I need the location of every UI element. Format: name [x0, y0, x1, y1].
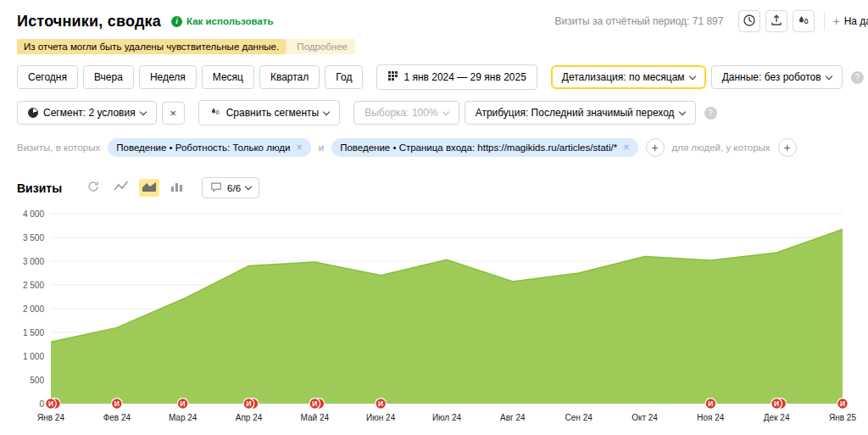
history-button[interactable] [738, 10, 760, 32]
filter-chip-entry-page[interactable]: Поведение • Страница входа: https://magi… [331, 138, 637, 157]
remove-filter-icon[interactable]: × [296, 142, 302, 153]
data-mode-dropdown[interactable]: Данные: без роботов [711, 65, 843, 89]
drops-icon [797, 14, 810, 30]
filter-chip-label: Поведение • Страница входа: https://magi… [340, 142, 617, 153]
svg-text:Апр 24: Апр 24 [236, 413, 263, 422]
svg-text:1 000: 1 000 [23, 352, 44, 361]
report-period-value: 71 897 [693, 15, 724, 27]
comment-bubble-icon [210, 181, 222, 194]
area-chart-icon [142, 181, 157, 196]
chevron-down-icon [245, 183, 252, 190]
period-toolbar: Сегодня Вчера Неделя Месяц Квартал Год 1… [17, 64, 868, 90]
chevron-down-icon [442, 108, 448, 114]
notice-more-link[interactable]: Подробнее [297, 42, 348, 52]
export-icon [770, 14, 783, 30]
to-dashboard-button[interactable]: + На да [832, 14, 868, 28]
refresh-chart-button[interactable] [83, 179, 103, 197]
clock-icon [743, 14, 756, 30]
svg-text:И: И [774, 399, 779, 408]
chevron-down-icon [688, 72, 695, 79]
help-question-icon[interactable]: ? [851, 71, 864, 84]
visits-area-chart[interactable]: 05001 0001 5002 0002 5003 0003 5004 000Я… [17, 204, 863, 434]
svg-text:Фев 24: Фев 24 [103, 413, 131, 422]
svg-text:И: И [708, 399, 713, 408]
svg-text:0: 0 [39, 399, 44, 409]
how-to-use-link[interactable]: i Как использовать [171, 16, 274, 27]
segments-share-button[interactable] [793, 10, 815, 32]
tab-today[interactable]: Сегодня [17, 65, 78, 89]
filter-chip-label: Поведение • Роботность: Только люди [116, 142, 290, 153]
pie-icon [28, 108, 38, 118]
metrica-sources-report: Источники, сводка i Как использовать Виз… [0, 0, 868, 435]
to-dashboard-label: На да [844, 15, 868, 27]
tab-year[interactable]: Год [325, 65, 363, 89]
compare-segments-dropdown[interactable]: Сравнить сегменты [198, 100, 341, 125]
comments-count: 6/6 [227, 183, 241, 193]
svg-text:Окт 24: Окт 24 [632, 413, 658, 422]
detalization-dropdown[interactable]: Детализация: по месяцам [551, 65, 706, 89]
area-chart-button[interactable] [139, 179, 159, 197]
info-icon: i [171, 16, 182, 27]
sensitive-data-notice: Из отчета могли быть удалены чувствитель… [17, 39, 355, 54]
svg-text:И: И [246, 399, 251, 408]
svg-text:4 000: 4 000 [23, 209, 44, 219]
tab-week[interactable]: Неделя [139, 65, 197, 89]
page-title: Источники, сводка [17, 13, 161, 31]
date-range-button[interactable]: 1 янв 2024 — 29 янв 2025 [376, 64, 537, 90]
remove-filter-icon[interactable]: × [623, 142, 629, 153]
tab-month[interactable]: Месяц [202, 65, 254, 89]
svg-text:И: И [181, 399, 186, 408]
date-range-label: 1 янв 2024 — 29 янв 2025 [403, 71, 526, 83]
svg-text:2 500: 2 500 [23, 281, 44, 290]
attribution-dropdown[interactable]: Атрибуция: Последний значимый переход [465, 101, 696, 125]
report-period: Визиты за отчётный период: 71 897 [555, 15, 724, 27]
bar-chart-button[interactable] [167, 179, 187, 197]
svg-text:3 500: 3 500 [23, 233, 44, 243]
drops-icon [209, 106, 221, 120]
tab-yesterday[interactable]: Вчера [83, 65, 134, 89]
add-visit-filter-button[interactable]: + [646, 138, 665, 157]
filter-chip-robots[interactable]: Поведение • Роботность: Только люди × [108, 138, 310, 157]
comments-dropdown[interactable]: 6/6 [202, 177, 259, 198]
and-label: и [319, 142, 324, 153]
refresh-icon [86, 180, 100, 197]
chevron-down-icon [678, 108, 685, 114]
notice-text: Из отчета могли быть удалены чувствитель… [17, 39, 286, 54]
svg-text:Авг 24: Авг 24 [500, 413, 526, 422]
chart-title: Визиты [17, 181, 62, 195]
line-chart-icon [114, 181, 129, 196]
svg-text:3 000: 3 000 [23, 257, 44, 266]
sampling-dropdown[interactable]: Выборка: 100% [353, 101, 459, 125]
svg-text:Май 24: Май 24 [301, 413, 330, 422]
compare-segments-label: Сравнить сегменты [226, 107, 320, 119]
add-people-filter-button[interactable]: + [778, 138, 797, 157]
tab-quarter[interactable]: Квартал [259, 65, 320, 89]
report-period-label: Визиты за отчётный период: [555, 15, 690, 27]
detalization-label: Детализация: по месяцам [562, 71, 685, 83]
segment-dropdown[interactable]: Сегмент: 2 условия [17, 101, 157, 125]
topbar-divider [824, 12, 825, 31]
svg-text:Сен 24: Сен 24 [565, 413, 593, 422]
bar-chart-icon [170, 181, 184, 196]
svg-text:И: И [114, 399, 120, 408]
svg-text:Янв 25: Янв 25 [829, 413, 856, 422]
filters-row: Визиты, в которых Поведение • Роботность… [17, 138, 868, 157]
svg-text:1 500: 1 500 [23, 328, 44, 337]
segment-toolbar: Сегмент: 2 условия × Сравнить сегменты В… [17, 100, 868, 125]
svg-text:Янв 24: Янв 24 [37, 413, 64, 422]
line-chart-button[interactable] [111, 179, 131, 197]
segment-clear-button[interactable]: × [162, 102, 185, 125]
svg-text:Дек 24: Дек 24 [764, 413, 790, 422]
svg-text:500: 500 [30, 376, 44, 385]
help-question-icon[interactable]: ? [704, 107, 717, 120]
how-to-use-label: Как использовать [186, 16, 274, 26]
svg-text:Июл 24: Июл 24 [432, 413, 462, 422]
attribution-label: Атрибуция: Последний значимый переход [476, 107, 675, 119]
svg-text:2 000: 2 000 [23, 304, 44, 314]
top-bar: Источники, сводка i Как использовать Виз… [17, 10, 868, 32]
svg-text:Июн 24: Июн 24 [366, 413, 396, 422]
chevron-down-icon [323, 108, 330, 114]
calendar-grid-icon [387, 70, 398, 84]
svg-text:Мар 24: Мар 24 [169, 413, 198, 422]
export-button[interactable] [765, 10, 787, 32]
